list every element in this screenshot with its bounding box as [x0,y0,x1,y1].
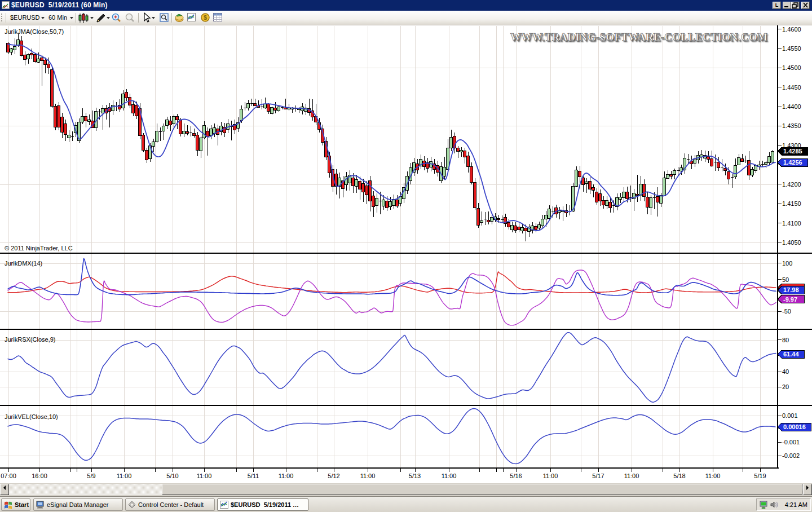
svg-text:1.4500: 1.4500 [782,64,801,71]
svg-text:JurikDMX(14): JurikDMX(14) [5,260,42,267]
svg-text:© 2011 NinjaTrader, LLC: © 2011 NinjaTrader, LLC [5,245,73,251]
svg-text:20: 20 [782,383,789,390]
svg-text:100: 100 [782,260,792,267]
svg-text:JurikJMA(Close,50,7): JurikJMA(Close,50,7) [5,28,64,35]
svg-text:17.98: 17.98 [783,286,799,293]
svg-text:11:00: 11:00 [360,473,376,479]
svg-text:5/9: 5/9 [87,473,95,479]
svg-text:11:00: 11:00 [543,473,558,479]
svg-text:1.4450: 1.4450 [782,84,801,91]
svg-text:11:00: 11:00 [624,473,639,479]
svg-text:-50: -50 [782,308,791,315]
svg-text:11:00: 11:00 [197,473,212,479]
svg-text:1.4200: 1.4200 [782,181,801,188]
svg-text:11:00: 11:00 [117,473,132,479]
svg-text:0.001: 0.001 [782,412,798,419]
svg-text:1.4285: 1.4285 [783,148,802,155]
svg-text:16:00: 16:00 [32,473,47,479]
svg-text:11:00: 11:00 [279,473,294,479]
svg-text:1.4350: 1.4350 [782,122,801,129]
svg-text:5/16: 5/16 [510,473,522,479]
svg-text:0.00016: 0.00016 [783,423,806,430]
svg-text:1.4600: 1.4600 [782,26,801,33]
svg-text:50: 50 [782,276,789,283]
svg-text:80: 80 [782,337,789,343]
svg-text:5/18: 5/18 [673,473,685,479]
svg-text:1.4100: 1.4100 [782,220,801,227]
svg-text:40: 40 [782,368,789,375]
svg-text:07:00: 07:00 [1,473,16,479]
svg-text:5/17: 5/17 [592,473,604,479]
svg-text:-0.002: -0.002 [782,452,800,459]
svg-text:1.4150: 1.4150 [782,200,801,207]
svg-text:61.44: 61.44 [783,351,799,357]
svg-text:5/12: 5/12 [328,473,339,479]
svg-text:1.4400: 1.4400 [782,103,801,110]
svg-text:-0.001: -0.001 [782,439,800,445]
svg-text:1.4050: 1.4050 [782,239,801,246]
svg-text:1.4256: 1.4256 [783,159,802,166]
svg-text:1.4550: 1.4550 [782,45,801,52]
svg-text:5/13: 5/13 [409,473,421,479]
svg-text:-9.97: -9.97 [783,296,797,303]
svg-text:JurikVEL(Close,10): JurikVEL(Close,10) [5,413,58,420]
svg-text:5/11: 5/11 [248,473,259,479]
svg-text:11:00: 11:00 [705,473,721,479]
svg-text:5/10: 5/10 [166,473,178,479]
svg-text:11:00: 11:00 [442,473,457,479]
svg-text:JurikRSX(Close,9): JurikRSX(Close,9) [5,336,55,343]
svg-text:$: $ [204,14,207,21]
svg-text:5/19: 5/19 [754,473,766,479]
